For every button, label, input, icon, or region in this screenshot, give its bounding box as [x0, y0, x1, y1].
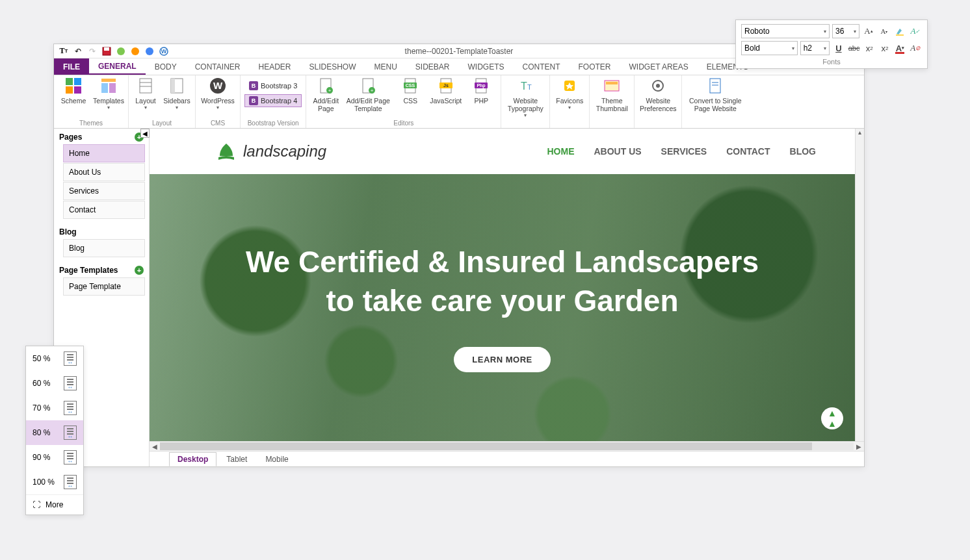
browser-safari-icon[interactable]	[115, 45, 127, 57]
browser-chrome-icon[interactable]	[144, 45, 155, 57]
js-editor-button[interactable]: JsJavaScript	[430, 77, 462, 105]
page-item-contact[interactable]: Contact	[63, 201, 145, 219]
text-tool-icon[interactable]: TT	[58, 45, 70, 57]
font-style-icon[interactable]: A✓	[909, 25, 922, 38]
convert-single-page-button[interactable]: Convert to Single Page Website	[686, 77, 744, 112]
scheme-button[interactable]: Scheme	[58, 77, 89, 105]
add-edit-page-button[interactable]: +Add/Edit Page	[310, 77, 341, 112]
templates-button[interactable]: Templates▾	[93, 77, 124, 110]
svg-text:T: T	[527, 83, 532, 91]
zoom-90[interactable]: 90 %	[26, 445, 83, 470]
bootstrap4-option[interactable]: BBootstrap 4	[244, 94, 302, 107]
preferences-button[interactable]: Website Preferences	[638, 77, 677, 112]
favicons-button[interactable]: Favicons▾	[554, 77, 585, 110]
ribbon-tab-general[interactable]: GENERAL	[89, 58, 146, 75]
zoom-label: 50 %	[33, 354, 50, 363]
thumbnail-label: Theme Thumbnail	[596, 97, 628, 112]
nav-services[interactable]: SERVICES	[661, 146, 707, 157]
increase-font-icon[interactable]: A▴	[862, 25, 875, 38]
ribbon-tab-menu[interactable]: MENU	[365, 58, 406, 75]
php-editor-button[interactable]: PhpPHP	[465, 77, 497, 105]
site-logo[interactable]: landscaping	[215, 142, 326, 161]
ribbon-tab-container[interactable]: CONTAINER	[186, 58, 250, 75]
scroll-left-icon[interactable]: ◀	[150, 443, 160, 450]
redo-icon[interactable]: ↷	[86, 45, 98, 57]
wordpress-button[interactable]: WWordPress▾	[200, 77, 236, 110]
layout-button[interactable]: Layout▾	[133, 77, 159, 110]
horizontal-scrollbar[interactable]: ◀ ▶	[150, 441, 864, 451]
wordpress-icon[interactable]: W	[158, 45, 170, 57]
ribbon-tab-slideshow[interactable]: SLIDESHOW	[300, 58, 365, 75]
zoom-100[interactable]: 100 %	[26, 470, 83, 494]
font-weight-select[interactable]: Bold▾	[741, 41, 798, 55]
css-editor-button[interactable]: CSSCSS	[395, 77, 426, 105]
device-tab-tablet[interactable]: Tablet	[218, 452, 256, 466]
undo-icon[interactable]: ↶	[72, 45, 84, 57]
zoom-80[interactable]: 80 %	[26, 420, 83, 445]
strikethrough-icon[interactable]: abc	[848, 42, 861, 55]
page-item-services[interactable]: Services	[63, 182, 145, 200]
bootstrap3-option[interactable]: BBootstrap 3	[244, 79, 302, 92]
scroll-right-icon[interactable]: ▶	[854, 443, 864, 450]
sidebars-button[interactable]: Sidebars▾	[163, 77, 191, 110]
nav-home[interactable]: HOME	[547, 146, 574, 157]
underline-icon[interactable]: U	[832, 42, 845, 55]
ribbon-tab-footer[interactable]: FOOTER	[570, 58, 620, 75]
collapse-sidebar-button[interactable]: ◀	[140, 129, 150, 138]
zoom-60[interactable]: 60 %	[26, 371, 83, 396]
browser-firefox-icon[interactable]	[129, 45, 141, 57]
font-size-select[interactable]: 36▾	[832, 24, 859, 38]
nav-blog[interactable]: BLOG	[790, 146, 816, 157]
decrease-font-icon[interactable]: A▾	[878, 25, 891, 38]
subscript-icon[interactable]: x2	[863, 42, 876, 55]
svg-rect-7	[66, 78, 73, 85]
canvas-viewport[interactable]: ▴ landscaping HOME ABOUT US SERVICES CON…	[150, 129, 864, 441]
zoom-50[interactable]: 50 %	[26, 346, 83, 371]
add-edit-template-button[interactable]: +Add/Edit Page Template	[345, 77, 391, 112]
typography-button[interactable]: TTWebsite Typography▾	[505, 77, 545, 118]
templates-icon	[99, 77, 118, 95]
zoom-more[interactable]: ⛶More	[26, 494, 83, 515]
ribbon-tab-content[interactable]: CONTENT	[514, 58, 570, 75]
convert-label: Convert to Single Page Website	[689, 97, 742, 112]
font-size-value: 36	[835, 27, 844, 36]
page-item-about[interactable]: About Us	[63, 163, 145, 181]
ribbon-tab-header[interactable]: HEADER	[249, 58, 300, 75]
page-item-home[interactable]: Home	[63, 144, 145, 162]
ribbon-tab-widget-areas[interactable]: WIDGET AREAS	[620, 58, 698, 75]
ribbon-tab-widgets[interactable]: WIDGETS	[459, 58, 514, 75]
chevron-up-icon: ▲▲	[828, 408, 837, 429]
font-family-select[interactable]: Roboto▾	[741, 24, 830, 38]
zoom-70[interactable]: 70 %	[26, 396, 83, 420]
scroll-up-button[interactable]: ▲▲	[821, 407, 843, 429]
svg-rect-11	[101, 79, 116, 82]
ribbon-tab-file[interactable]: FILE	[54, 58, 89, 75]
save-icon[interactable]	[101, 45, 112, 57]
superscript-icon[interactable]: x2	[878, 42, 891, 55]
svg-rect-41	[606, 82, 618, 84]
add-template-icon[interactable]: +	[135, 266, 144, 275]
scrollbar-thumb[interactable]	[160, 442, 812, 450]
theme-thumbnail-button[interactable]: Theme Thumbnail	[594, 77, 630, 112]
ribbon-tab-sidebar[interactable]: SIDEBAR	[406, 58, 459, 75]
ribbon-tab-body[interactable]: BODY	[146, 58, 186, 75]
template-item[interactable]: Page Template	[63, 277, 145, 296]
clear-formatting-icon[interactable]: A⊘	[909, 42, 922, 55]
nav-contact[interactable]: CONTACT	[726, 146, 770, 157]
vertical-scrollbar[interactable]: ▴	[855, 129, 864, 441]
text-highlight-icon[interactable]	[893, 25, 906, 38]
scheme-label: Scheme	[61, 97, 86, 105]
bootstrap3-label: Bootstrap 3	[261, 82, 297, 90]
nav-about[interactable]: ABOUT US	[594, 146, 641, 157]
device-tab-mobile[interactable]: Mobile	[257, 452, 296, 466]
window-title: theme--00201-TemplateToaster	[405, 47, 514, 56]
site-navbar: landscaping HOME ABOUT US SERVICES CONTA…	[150, 129, 855, 174]
template-plus-icon: +	[359, 77, 377, 95]
learn-more-button[interactable]: LEARN MORE	[454, 347, 550, 372]
page-width-icon	[64, 475, 77, 489]
heading-tag-select[interactable]: h2▾	[800, 41, 830, 55]
font-color-icon[interactable]: A▾	[894, 42, 907, 55]
add-template-label: Add/Edit Page Template	[347, 97, 390, 112]
device-tab-desktop[interactable]: Desktop	[169, 452, 216, 466]
blog-item[interactable]: Blog	[63, 239, 145, 257]
